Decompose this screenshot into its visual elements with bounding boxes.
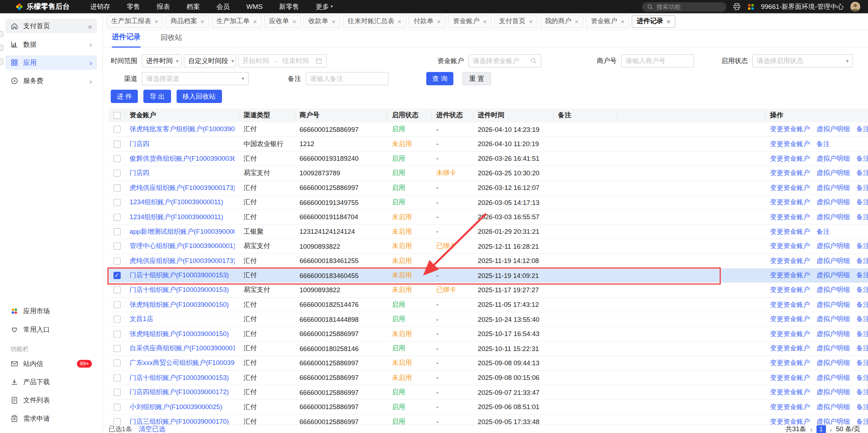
table-row[interactable]: 自采供应商组织账户(F100039000015) 汇付 666600018025…: [109, 341, 868, 356]
op-link[interactable]: 备注: [856, 154, 868, 163]
row-checkbox[interactable]: [113, 243, 120, 250]
op-link[interactable]: 变更资金账户: [770, 169, 810, 178]
op-link[interactable]: 虚拟户明细: [817, 169, 850, 178]
column-header-apply-time[interactable]: 进件时间: [473, 109, 553, 123]
op-link[interactable]: 虚拟户明细: [817, 402, 850, 412]
open-tab[interactable]: 商品档案 ×: [166, 15, 210, 27]
row-checkbox[interactable]: [113, 213, 120, 221]
row-checkbox[interactable]: [113, 316, 120, 323]
op-link[interactable]: 备注: [817, 139, 830, 149]
user-avatar[interactable]: [850, 2, 860, 12]
op-link[interactable]: 变更资金账户: [770, 285, 810, 295]
nav-item[interactable]: 档案: [178, 0, 208, 13]
op-link[interactable]: 虚拟户明细: [817, 242, 850, 251]
brand[interactable]: 乐檬零售后台: [16, 2, 70, 12]
account-link[interactable]: 管理中心组织账户(F100039000001): [130, 242, 235, 251]
op-link[interactable]: 变更资金账户: [770, 256, 810, 266]
op-link[interactable]: 变更资金账户: [770, 242, 810, 251]
account-link[interactable]: 张虎纯组织账户(F100039000150): [130, 300, 229, 309]
table-row[interactable]: 张虎纯组织账户(F100039000150) 汇付 66660001258869…: [109, 327, 868, 341]
nav-item[interactable]: 报表: [148, 0, 178, 13]
account-link[interactable]: 小刘组织账户(F100039000025): [130, 402, 222, 412]
op-link[interactable]: 变更资金账户: [770, 402, 810, 412]
op-link[interactable]: 变更资金账户: [770, 344, 810, 353]
op-link[interactable]: 虚拟户明细: [817, 125, 850, 134]
row-checkbox[interactable]: [113, 170, 120, 177]
open-tab[interactable]: 应收单 ×: [264, 15, 301, 27]
table-row[interactable]: 小刘组织账户(F100039000025) 汇付 666600012588699…: [109, 400, 868, 414]
op-link[interactable]: 变更资金账户: [770, 227, 810, 236]
nav-item[interactable]: 零售: [118, 0, 148, 13]
row-checkbox[interactable]: [113, 360, 120, 367]
account-link[interactable]: 俊辉供货商组织账户(F100039000363): [130, 154, 235, 163]
close-icon[interactable]: ×: [332, 18, 336, 25]
op-link[interactable]: 备注: [817, 227, 830, 236]
table-row[interactable]: ✓ 门店十组织账户(F100039000153) 汇付 666600018346…: [109, 268, 868, 283]
account-link[interactable]: 门店三组织账户(F100039000170): [130, 417, 229, 425]
op-link[interactable]: 备注: [856, 242, 868, 251]
op-link[interactable]: 变更资金账户: [770, 139, 810, 149]
op-link[interactable]: 备注: [856, 183, 868, 192]
close-icon[interactable]: ×: [253, 18, 257, 25]
nav-item[interactable]: WMS: [238, 0, 271, 13]
op-link[interactable]: 变更资金账户: [770, 373, 810, 382]
open-tab[interactable]: 生产加工报表 ×: [106, 15, 163, 27]
op-link[interactable]: 备注: [856, 300, 868, 309]
table-row[interactable]: 张虎纯批发客户组织账户(F100039000 汇付 66660001258869…: [109, 122, 868, 137]
collapse-icon[interactable]: «: [88, 22, 92, 30]
account-link[interactable]: 门店十组织账户(F100039000153): [130, 285, 229, 295]
close-icon[interactable]: ×: [292, 18, 296, 25]
op-link[interactable]: 变更资金账户: [770, 300, 810, 309]
column-header-operations[interactable]: 操作: [766, 109, 868, 123]
op-link[interactable]: 虚拟户明细: [817, 300, 850, 309]
table-row[interactable]: 虎纯供应组织账户(F100039000173) 汇付 6666000183461…: [109, 254, 868, 268]
op-link[interactable]: 备注: [856, 198, 868, 207]
table-row[interactable]: 门店四 中国农业银行 1212 未启用 - 2026-04-10 11:20:1…: [109, 137, 868, 151]
op-link[interactable]: 变更资金账户: [770, 154, 810, 163]
op-link[interactable]: 备注: [856, 125, 868, 134]
op-link[interactable]: 虚拟户明细: [817, 315, 850, 324]
time-mode-select[interactable]: 自定义时间段 ▾: [184, 54, 236, 67]
action-button[interactable]: 导 出: [144, 90, 171, 103]
close-icon[interactable]: ×: [483, 18, 487, 25]
open-tab[interactable]: 生产加工单 ×: [212, 15, 262, 27]
sidebar-item[interactable]: 数据›: [6, 37, 97, 51]
close-icon[interactable]: ×: [575, 18, 579, 25]
op-link[interactable]: 虚拟户明细: [817, 388, 850, 397]
row-checkbox[interactable]: [113, 403, 120, 411]
tenant-switcher[interactable]: 99661-新界面环境-管理中心: [761, 2, 844, 11]
close-icon[interactable]: ×: [398, 18, 402, 25]
global-search-input[interactable]: 搜索功能: [642, 2, 726, 11]
sidebar-item[interactable]: 需求申请: [6, 411, 97, 426]
op-link[interactable]: 虚拟户明细: [817, 198, 850, 207]
op-link[interactable]: 备注: [856, 417, 868, 425]
row-checkbox[interactable]: [113, 330, 120, 337]
op-link[interactable]: 变更资金账户: [770, 388, 810, 397]
nav-item[interactable]: 更多▾: [308, 0, 341, 13]
op-link[interactable]: 变更资金账户: [770, 125, 810, 134]
note-input[interactable]: 请输入备注: [306, 72, 389, 85]
row-checkbox[interactable]: [113, 345, 120, 352]
row-checkbox[interactable]: [113, 228, 120, 235]
sidebar-item[interactable]: 站内信99+: [6, 357, 97, 371]
op-link[interactable]: 变更资金账户: [770, 329, 810, 339]
open-tab[interactable]: 资金账户 ×: [586, 15, 630, 27]
op-link[interactable]: 虚拟户明细: [817, 373, 850, 382]
op-link[interactable]: 备注: [856, 256, 868, 266]
apps-waffle-icon[interactable]: [747, 3, 754, 10]
op-link[interactable]: 备注: [856, 271, 868, 280]
fund-account-input[interactable]: 请选择资金账户: [468, 54, 541, 67]
table-row[interactable]: 1234组织账户(F100039000011) 汇付 6666000191184…: [109, 210, 868, 225]
column-header-channel-type[interactable]: 渠道类型: [239, 109, 295, 123]
op-link[interactable]: 变更资金账户: [770, 212, 810, 222]
op-link[interactable]: 备注: [856, 212, 868, 222]
op-link[interactable]: 变更资金账户: [770, 359, 810, 368]
op-link[interactable]: 变更资金账户: [770, 417, 810, 425]
close-icon[interactable]: ×: [621, 18, 625, 25]
sidebar-item[interactable]: ¥ 服务费›: [6, 74, 97, 88]
account-link[interactable]: 门店十组织账户(F100039000153): [130, 271, 229, 280]
account-link[interactable]: 门店四: [130, 139, 150, 149]
close-icon[interactable]: ×: [667, 18, 671, 25]
op-link[interactable]: 虚拟户明细: [817, 285, 850, 295]
enabled-state-select[interactable]: 请选择启用状态 ▾: [752, 54, 853, 67]
